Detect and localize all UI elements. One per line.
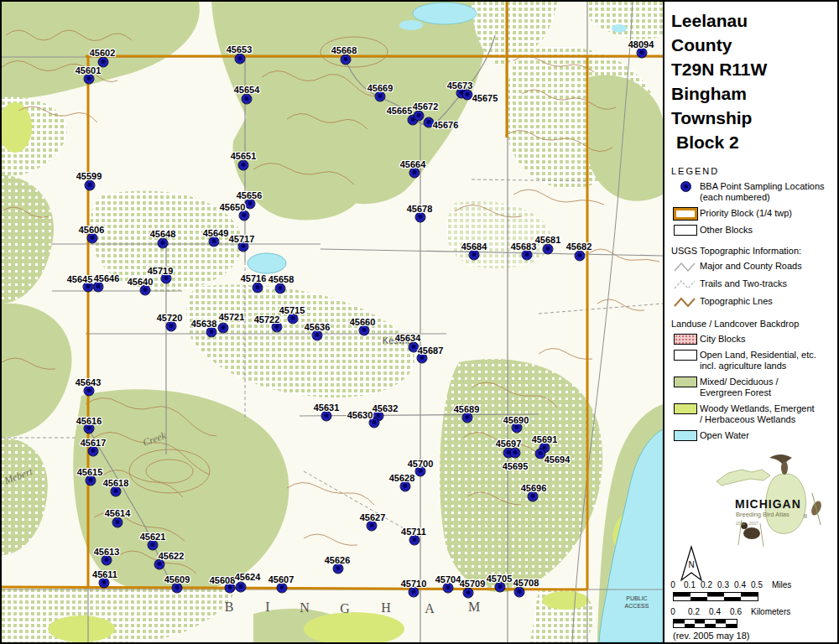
topographic-lines-icon xyxy=(673,296,698,309)
bba-point-45658 xyxy=(275,283,286,294)
bba-point-45654 xyxy=(242,94,253,105)
wetland-swatch xyxy=(674,403,697,414)
svg-text:2002 - 2007: 2002 - 2007 xyxy=(736,521,758,526)
map-points: 4560245601455994565345654456514565645650… xyxy=(2,2,663,642)
hawk-icon xyxy=(769,454,792,465)
bba-point-label: 45676 xyxy=(433,120,459,130)
bba-point-label: 45709 xyxy=(460,579,486,589)
bba-point-label: 45632 xyxy=(373,403,399,413)
map-page: BINGHAMCreekMebertKeswickPUBLICACCESS 45… xyxy=(0,0,839,644)
bba-point-45614 xyxy=(112,517,123,528)
side-panel: Leelanau County T29N R11W Bingham Townsh… xyxy=(663,2,839,642)
bba-point-label: 45602 xyxy=(90,48,116,58)
bba-point-label: 45678 xyxy=(407,204,433,214)
usgs-item-trails: Trails and Two-tracks xyxy=(671,278,839,291)
bba-point-label: 45628 xyxy=(389,473,415,483)
bba-point-label: 45609 xyxy=(164,574,190,584)
scale-tick: 0.3 xyxy=(717,580,729,589)
bba-point-label: 45722 xyxy=(254,314,280,325)
bba-point-label: 45710 xyxy=(401,579,427,589)
legend-item-other-blocks: Other Blocks xyxy=(671,225,839,236)
bba-point-label: 45650 xyxy=(220,202,246,212)
miles-bar xyxy=(673,592,758,601)
bba-point-label: 45687 xyxy=(418,345,444,356)
landuse-item-wetland: Woody Wetlands, Emergent / Herbaceous We… xyxy=(671,403,839,425)
scale-tick: 0.6 xyxy=(730,607,742,616)
bba-point-label: 45694 xyxy=(545,454,571,465)
bba-point-label: 45624 xyxy=(235,572,261,582)
bba-point-45599 xyxy=(85,180,96,191)
legend-item-bba-points: BBA Point Sampling Locations (each numbe… xyxy=(671,181,839,203)
bba-point-label: 45669 xyxy=(367,83,393,93)
scale-bar-miles: 0 0.1 0.2 0.3 0.4 0.5 Miles xyxy=(673,580,837,601)
bba-point-label: 45672 xyxy=(413,101,439,112)
bba-point-label: 45648 xyxy=(150,229,176,239)
svg-text:N: N xyxy=(688,560,694,569)
bba-point-label: 45617 xyxy=(81,438,107,448)
bba-point-label: 45691 xyxy=(532,434,558,444)
bba-point-icon xyxy=(680,181,691,192)
scale-tick: 0.2 xyxy=(688,607,700,616)
legend-label: Trails and Two-tracks xyxy=(700,278,787,289)
bba-point-label: 45721 xyxy=(219,312,245,322)
scale-tick: 0.2 xyxy=(701,580,712,589)
bba-point-label: 45716 xyxy=(241,273,267,283)
bba-point-label: 45705 xyxy=(487,574,513,584)
legend-label: Mixed/ Deciduous / xyxy=(700,377,779,387)
title-line: Block 2 xyxy=(671,130,839,154)
scale-tick: 0.5 xyxy=(751,580,763,589)
bba-point-label: 45636 xyxy=(305,322,331,332)
legend-label: Topographic Lnes xyxy=(700,296,773,307)
legend-label: / Herbaceous Wetlands xyxy=(700,414,815,425)
landuse-item-open: Open Land, Residential, etc. incl. agric… xyxy=(671,350,839,371)
bba-point-45651 xyxy=(238,160,249,171)
bba-point-label: 45640 xyxy=(128,277,154,287)
scale-tick: 0 xyxy=(670,607,675,616)
bba-point-label: 45630 xyxy=(347,410,373,420)
bba-point-45681 xyxy=(543,244,554,255)
legend-label: Evergreen Forest xyxy=(700,387,779,398)
bba-point-45682 xyxy=(575,251,586,262)
bba-point-label: 45654 xyxy=(234,85,260,95)
bba-point-label: 45700 xyxy=(408,459,434,469)
usgs-heading: USGS Topographic Information: xyxy=(671,246,839,256)
scale-unit: Miles xyxy=(772,580,791,589)
bba-point-label: 45627 xyxy=(360,512,386,522)
priority-block-swatch xyxy=(674,208,697,220)
bba-point-label: 45681 xyxy=(535,235,561,245)
bba-point-label: 45682 xyxy=(566,242,592,252)
bba-point-label: 45696 xyxy=(521,483,547,493)
bba-point-label: 45719 xyxy=(148,266,174,276)
title-line: T29N R11W xyxy=(671,57,839,81)
svg-text:II: II xyxy=(804,513,807,519)
svg-text:Breeding Bird Atlas: Breeding Bird Atlas xyxy=(736,511,789,518)
bba-point-label: 45651 xyxy=(231,151,257,161)
open-water-swatch xyxy=(674,430,697,441)
bba-point-label: 45711 xyxy=(401,527,426,537)
michigan-bba-logo: MICHIGAN Breeding Bird Atlas 2002 - 2007… xyxy=(705,453,837,555)
legend-label: BBA Point Sampling Locations xyxy=(700,181,825,192)
bba-point-label: 45601 xyxy=(76,65,102,75)
bba-point-label: 45645 xyxy=(67,274,93,284)
bba-point-label: 45653 xyxy=(227,44,253,55)
forest-swatch xyxy=(674,377,697,387)
bba-point-45653 xyxy=(235,54,246,65)
bba-point-45709 xyxy=(463,588,474,599)
bba-point-label: 45618 xyxy=(103,478,129,488)
svg-text:MICHIGAN: MICHIGAN xyxy=(735,497,801,511)
bba-point-label: 45690 xyxy=(503,415,529,425)
bba-point-label: 45626 xyxy=(325,555,351,565)
bba-point-label: 45621 xyxy=(140,532,166,542)
bba-point-label: 45634 xyxy=(395,333,421,343)
title-line: County xyxy=(671,33,839,57)
bba-point-label: 45658 xyxy=(268,274,294,284)
legend-label: Major and County Roads xyxy=(700,261,802,272)
bba-point-label: 45649 xyxy=(203,228,229,238)
bba-point-label: 45613 xyxy=(94,547,120,557)
legend-label: Open Water xyxy=(700,430,749,441)
title-line: Bingham xyxy=(671,81,839,106)
bba-point-45668 xyxy=(341,55,352,65)
landuse-item-forest: Mixed/ Deciduous / Evergreen Forest xyxy=(671,377,839,398)
legend-heading: LEGEND xyxy=(671,166,839,176)
bba-point-45716 xyxy=(253,283,263,293)
